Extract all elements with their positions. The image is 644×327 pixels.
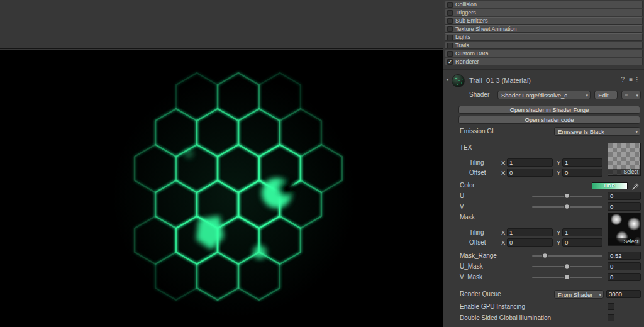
u-row: U [443, 192, 644, 201]
slider-handle[interactable] [564, 204, 570, 209]
shader-label: Shader [469, 91, 489, 98]
v-row: V [443, 202, 644, 212]
emission-gi-value: Emissive Is Black [558, 128, 604, 135]
mask-offset-x-field[interactable] [507, 238, 553, 247]
color-swatch[interactable]: HDR [592, 182, 628, 189]
module-row-triggers[interactable]: Triggers [445, 9, 643, 16]
module-checkbox[interactable] [447, 35, 453, 40]
divider [443, 69, 644, 70]
v-slider[interactable] [532, 206, 602, 208]
slider-handle[interactable] [542, 253, 548, 258]
chevron-down-icon: ▾ [635, 130, 638, 134]
v-mask-slider[interactable] [532, 277, 602, 278]
module-checkbox[interactable] [447, 2, 453, 8]
mask-tiling-row: Tiling X Y [443, 228, 644, 238]
module-label: Collision [455, 2, 477, 8]
material-title: Trail_01 3 (Material) [469, 77, 531, 84]
material-preview-sphere[interactable] [452, 74, 465, 87]
slider-handle[interactable] [564, 263, 570, 269]
double-sided-gi-label: Double Sided Global Illumination [460, 314, 551, 321]
module-row-custom-data[interactable]: Custom Data [445, 50, 643, 57]
mask-tiling-y-field[interactable] [562, 228, 602, 236]
module-row-lights[interactable]: Lights [445, 33, 643, 41]
color-label: Color [460, 182, 475, 189]
v-mask-label: V_Mask [460, 274, 482, 280]
u-slider[interactable] [532, 196, 602, 197]
foldout-icon[interactable]: ▼ [445, 77, 450, 82]
help-icon[interactable]: ? [621, 77, 625, 83]
shader-menu-dropdown[interactable]: ≡ ▾ [621, 91, 641, 99]
inspector-panel: Collision Triggers Sub Emitters Texture … [443, 0, 644, 327]
module-row-trails[interactable]: Trails [445, 42, 643, 49]
module-row-sub-emitters[interactable]: Sub Emitters [445, 17, 643, 25]
u-mask-label: U_Mask [460, 263, 483, 270]
y-axis-label: Y [557, 239, 560, 246]
mask-offset-y-field[interactable] [562, 238, 602, 247]
module-checkbox[interactable] [447, 43, 453, 48]
mask-range-slider[interactable] [532, 255, 602, 257]
mask-tiling-x-field[interactable] [507, 228, 553, 236]
slider-handle[interactable] [564, 193, 570, 199]
edit-button[interactable]: Edit... [594, 91, 618, 99]
kebab-menu-icon[interactable]: ⋮ [634, 77, 640, 83]
mask-section-label: Mask [460, 214, 475, 221]
open-shader-code-label: Open shader code [525, 116, 574, 123]
emission-gi-label: Emission GI [460, 128, 494, 135]
hdr-badge: HDR [604, 183, 616, 189]
module-label: Sub Emitters [455, 18, 488, 24]
slider-handle[interactable] [564, 274, 570, 280]
module-row-renderer[interactable]: Renderer [445, 58, 643, 65]
module-checkbox[interactable] [447, 59, 453, 65]
render-queue-dropdown[interactable]: From Shader ▾ [554, 290, 604, 299]
tex-offset-x-field[interactable] [507, 169, 553, 177]
tex-tiling-x-field[interactable] [507, 158, 553, 167]
gpu-instancing-checkbox[interactable] [608, 303, 614, 310]
emission-gi-dropdown[interactable]: Emissive Is Black ▾ [554, 127, 640, 136]
module-checkbox[interactable] [447, 51, 453, 57]
double-sided-gi-row: Double Sided Global Illumination [443, 314, 644, 323]
dissolve-effect-render [0, 50, 443, 327]
module-row-texture-sheet-animation[interactable]: Texture Sheet Animation [445, 25, 643, 33]
open-shader-code-button[interactable]: Open shader code [458, 116, 640, 124]
presets-icon[interactable]: ≡ [629, 77, 633, 83]
module-checkbox[interactable] [447, 18, 453, 24]
double-sided-gi-checkbox[interactable] [608, 314, 614, 321]
module-label: Texture Sheet Animation [455, 26, 517, 32]
emission-gi-row: Emission GI Emissive Is Black ▾ [443, 127, 644, 136]
module-row-collision[interactable]: Collision [445, 1, 643, 8]
mask-range-value-field[interactable] [608, 252, 641, 260]
tiling-label: Tiling [469, 229, 484, 236]
module-checkbox[interactable] [447, 10, 453, 16]
u-mask-value-field[interactable] [608, 262, 641, 270]
module-label: Renderer [455, 59, 479, 65]
tiling-label: Tiling [469, 159, 484, 166]
u-mask-slider[interactable] [532, 266, 602, 267]
u-label: U [460, 192, 464, 199]
shader-dropdown[interactable]: Shader Forge/dissolve_c ▾ [497, 91, 591, 99]
y-axis-label: Y [557, 169, 560, 176]
open-shader-forge-button[interactable]: Open shader in Shader Forge [458, 106, 640, 114]
tex-offset-y-field[interactable] [562, 169, 602, 177]
open-shader-forge-label: Open shader in Shader Forge [510, 106, 589, 113]
x-axis-label: X [501, 239, 505, 246]
offset-label: Offset [469, 239, 486, 246]
scene-view[interactable] [0, 50, 443, 327]
u-value-field[interactable] [608, 192, 641, 200]
mask-range-label: Mask_Range [460, 252, 497, 259]
tex-tiling-row: Tiling X Y [443, 158, 644, 168]
x-axis-label: X [501, 169, 505, 176]
chevron-down-icon: ▾ [599, 292, 601, 297]
v-mask-value-field[interactable] [608, 273, 641, 281]
module-label: Trails [455, 43, 469, 48]
u-mask-row: U_Mask [443, 262, 644, 272]
color-row: Color HDR [443, 181, 644, 191]
v-value-field[interactable] [608, 202, 641, 211]
v-mask-row: V_Mask [443, 273, 644, 282]
tex-tiling-y-field[interactable] [562, 158, 602, 167]
x-axis-label: X [501, 159, 505, 166]
y-axis-label: Y [557, 159, 560, 166]
module-checkbox[interactable] [447, 26, 453, 32]
y-axis-label: Y [557, 229, 560, 236]
x-axis-label: X [501, 229, 505, 236]
render-queue-value-field[interactable] [606, 290, 641, 298]
